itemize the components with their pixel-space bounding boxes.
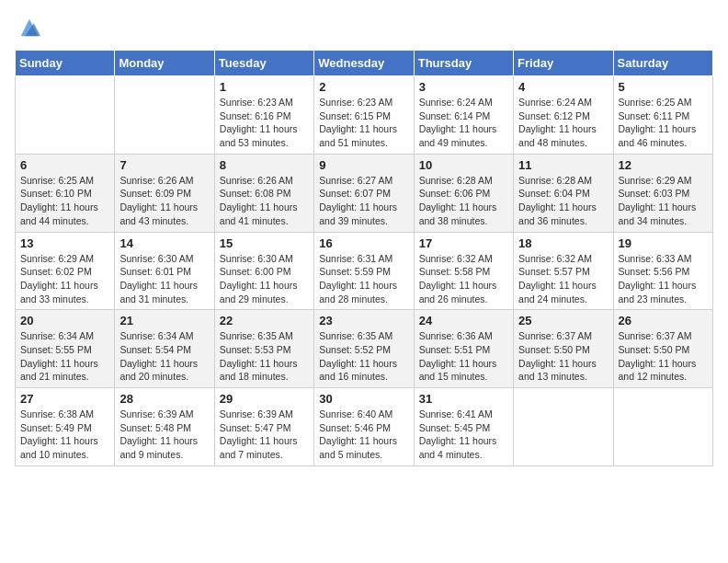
calendar-cell: 4Sunrise: 6:24 AM Sunset: 6:12 PM Daylig… xyxy=(514,76,613,155)
column-header-monday: Monday xyxy=(115,51,214,76)
day-number: 9 xyxy=(319,158,408,172)
day-info: Sunrise: 6:39 AM Sunset: 5:48 PM Dayligh… xyxy=(119,408,209,462)
day-number: 11 xyxy=(518,158,608,172)
day-number: 30 xyxy=(319,392,408,406)
day-number: 8 xyxy=(220,158,309,172)
day-number: 17 xyxy=(419,236,508,250)
calendar-week-row: 27Sunrise: 6:38 AM Sunset: 5:49 PM Dayli… xyxy=(16,388,713,466)
day-info: Sunrise: 6:35 AM Sunset: 5:52 PM Dayligh… xyxy=(319,329,408,384)
calendar-cell: 23Sunrise: 6:35 AM Sunset: 5:52 PM Dayli… xyxy=(314,310,414,388)
day-info: Sunrise: 6:23 AM Sunset: 6:16 PM Dayligh… xyxy=(220,96,309,150)
column-header-sunday: Sunday xyxy=(16,51,115,76)
day-number: 10 xyxy=(419,158,508,172)
column-header-friday: Friday xyxy=(514,51,613,76)
calendar-cell: 16Sunrise: 6:31 AM Sunset: 5:59 PM Dayli… xyxy=(314,232,414,310)
calendar-cell: 31Sunrise: 6:41 AM Sunset: 5:45 PM Dayli… xyxy=(414,388,513,466)
day-info: Sunrise: 6:25 AM Sunset: 6:10 PM Dayligh… xyxy=(20,174,109,228)
day-number: 12 xyxy=(619,158,708,172)
day-number: 13 xyxy=(20,236,109,250)
calendar-cell: 5Sunrise: 6:25 AM Sunset: 6:11 PM Daylig… xyxy=(613,76,712,155)
day-number: 31 xyxy=(419,392,508,406)
calendar-cell: 9Sunrise: 6:27 AM Sunset: 6:07 PM Daylig… xyxy=(314,154,414,232)
day-info: Sunrise: 6:32 AM Sunset: 5:57 PM Dayligh… xyxy=(518,252,608,306)
calendar-cell xyxy=(115,76,214,155)
calendar-cell: 22Sunrise: 6:35 AM Sunset: 5:53 PM Dayli… xyxy=(214,310,313,388)
calendar-week-row: 1Sunrise: 6:23 AM Sunset: 6:16 PM Daylig… xyxy=(16,76,713,155)
day-number: 15 xyxy=(220,236,309,250)
calendar-header-row: SundayMondayTuesdayWednesdayThursdayFrid… xyxy=(16,51,713,76)
day-number: 19 xyxy=(619,236,708,250)
calendar-cell: 13Sunrise: 6:29 AM Sunset: 6:02 PM Dayli… xyxy=(16,232,115,310)
page-header xyxy=(15,15,713,40)
day-info: Sunrise: 6:38 AM Sunset: 5:49 PM Dayligh… xyxy=(20,408,109,462)
day-info: Sunrise: 6:33 AM Sunset: 5:56 PM Dayligh… xyxy=(619,252,708,306)
calendar-cell: 12Sunrise: 6:29 AM Sunset: 6:03 PM Dayli… xyxy=(613,154,712,232)
calendar-cell: 11Sunrise: 6:28 AM Sunset: 6:04 PM Dayli… xyxy=(514,154,613,232)
day-number: 14 xyxy=(119,236,209,250)
day-info: Sunrise: 6:32 AM Sunset: 5:58 PM Dayligh… xyxy=(419,252,508,306)
day-info: Sunrise: 6:24 AM Sunset: 6:12 PM Dayligh… xyxy=(518,96,608,150)
day-info: Sunrise: 6:41 AM Sunset: 5:45 PM Dayligh… xyxy=(419,408,508,462)
calendar-cell: 1Sunrise: 6:23 AM Sunset: 6:16 PM Daylig… xyxy=(214,76,313,155)
calendar-cell: 20Sunrise: 6:34 AM Sunset: 5:55 PM Dayli… xyxy=(16,310,115,388)
day-info: Sunrise: 6:28 AM Sunset: 6:06 PM Dayligh… xyxy=(419,174,508,228)
calendar-cell: 7Sunrise: 6:26 AM Sunset: 6:09 PM Daylig… xyxy=(115,154,214,232)
day-info: Sunrise: 6:36 AM Sunset: 5:51 PM Dayligh… xyxy=(419,329,508,384)
calendar-cell: 24Sunrise: 6:36 AM Sunset: 5:51 PM Dayli… xyxy=(414,310,513,388)
day-info: Sunrise: 6:24 AM Sunset: 6:14 PM Dayligh… xyxy=(419,96,508,150)
day-info: Sunrise: 6:26 AM Sunset: 6:08 PM Dayligh… xyxy=(220,174,309,228)
calendar-cell: 27Sunrise: 6:38 AM Sunset: 5:49 PM Dayli… xyxy=(16,388,115,466)
day-number: 18 xyxy=(518,236,608,250)
logo-icon xyxy=(17,15,42,40)
column-header-wednesday: Wednesday xyxy=(314,51,414,76)
day-info: Sunrise: 6:27 AM Sunset: 6:07 PM Dayligh… xyxy=(319,174,408,228)
calendar-cell xyxy=(514,388,613,466)
day-number: 27 xyxy=(20,392,109,406)
day-number: 6 xyxy=(20,158,109,172)
calendar-cell xyxy=(613,388,712,466)
calendar-cell: 26Sunrise: 6:37 AM Sunset: 5:50 PM Dayli… xyxy=(613,310,712,388)
column-header-saturday: Saturday xyxy=(613,51,712,76)
day-info: Sunrise: 6:29 AM Sunset: 6:03 PM Dayligh… xyxy=(619,174,708,228)
day-number: 16 xyxy=(319,236,408,250)
calendar-cell: 28Sunrise: 6:39 AM Sunset: 5:48 PM Dayli… xyxy=(115,388,214,466)
day-number: 20 xyxy=(20,314,109,327)
day-info: Sunrise: 6:30 AM Sunset: 6:01 PM Dayligh… xyxy=(119,252,209,306)
calendar-cell: 21Sunrise: 6:34 AM Sunset: 5:54 PM Dayli… xyxy=(115,310,214,388)
calendar-week-row: 6Sunrise: 6:25 AM Sunset: 6:10 PM Daylig… xyxy=(16,154,713,232)
column-header-tuesday: Tuesday xyxy=(214,51,313,76)
day-number: 1 xyxy=(220,80,309,94)
calendar-cell: 14Sunrise: 6:30 AM Sunset: 6:01 PM Dayli… xyxy=(115,232,214,310)
calendar-cell: 17Sunrise: 6:32 AM Sunset: 5:58 PM Dayli… xyxy=(414,232,513,310)
calendar-cell xyxy=(16,76,115,155)
calendar-cell: 30Sunrise: 6:40 AM Sunset: 5:46 PM Dayli… xyxy=(314,388,414,466)
day-info: Sunrise: 6:29 AM Sunset: 6:02 PM Dayligh… xyxy=(20,252,109,306)
day-number: 7 xyxy=(119,158,209,172)
day-number: 29 xyxy=(220,392,309,406)
day-number: 28 xyxy=(119,392,209,406)
calendar-cell: 6Sunrise: 6:25 AM Sunset: 6:10 PM Daylig… xyxy=(16,154,115,232)
day-info: Sunrise: 6:23 AM Sunset: 6:15 PM Dayligh… xyxy=(319,96,408,150)
calendar-cell: 10Sunrise: 6:28 AM Sunset: 6:06 PM Dayli… xyxy=(414,154,513,232)
day-info: Sunrise: 6:26 AM Sunset: 6:09 PM Dayligh… xyxy=(119,174,209,228)
logo xyxy=(15,15,42,40)
calendar-cell: 15Sunrise: 6:30 AM Sunset: 6:00 PM Dayli… xyxy=(214,232,313,310)
day-info: Sunrise: 6:40 AM Sunset: 5:46 PM Dayligh… xyxy=(319,408,408,462)
day-number: 22 xyxy=(220,314,309,327)
calendar-cell: 3Sunrise: 6:24 AM Sunset: 6:14 PM Daylig… xyxy=(414,76,513,155)
column-header-thursday: Thursday xyxy=(414,51,513,76)
calendar-table: SundayMondayTuesdayWednesdayThursdayFrid… xyxy=(15,50,713,466)
day-info: Sunrise: 6:34 AM Sunset: 5:54 PM Dayligh… xyxy=(119,329,209,384)
calendar-cell: 18Sunrise: 6:32 AM Sunset: 5:57 PM Dayli… xyxy=(514,232,613,310)
calendar-cell: 19Sunrise: 6:33 AM Sunset: 5:56 PM Dayli… xyxy=(613,232,712,310)
day-number: 4 xyxy=(518,80,608,94)
day-number: 25 xyxy=(518,314,608,327)
calendar-week-row: 13Sunrise: 6:29 AM Sunset: 6:02 PM Dayli… xyxy=(16,232,713,310)
calendar-cell: 2Sunrise: 6:23 AM Sunset: 6:15 PM Daylig… xyxy=(314,76,414,155)
day-info: Sunrise: 6:25 AM Sunset: 6:11 PM Dayligh… xyxy=(619,96,708,150)
day-number: 3 xyxy=(419,80,508,94)
day-number: 5 xyxy=(619,80,708,94)
calendar-week-row: 20Sunrise: 6:34 AM Sunset: 5:55 PM Dayli… xyxy=(16,310,713,388)
day-info: Sunrise: 6:35 AM Sunset: 5:53 PM Dayligh… xyxy=(220,329,309,384)
day-number: 2 xyxy=(319,80,408,94)
